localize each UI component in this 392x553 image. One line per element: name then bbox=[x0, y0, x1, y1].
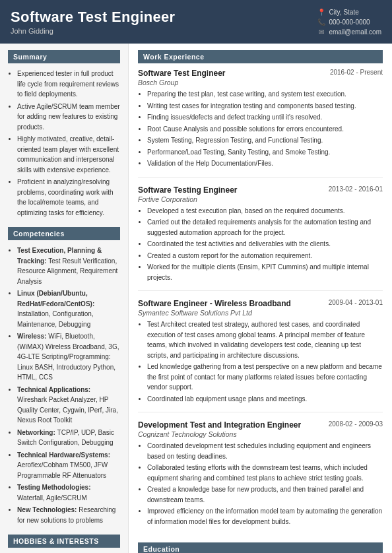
job-bullet: System Testing, Regression Testing, and … bbox=[147, 135, 383, 146]
summary-bullet: Experienced tester in full product life … bbox=[17, 69, 120, 100]
contact-location: 📍 City, State bbox=[317, 8, 381, 16]
job-title: Software Engineer - Wireless Broadband bbox=[138, 299, 291, 308]
competency-label: Test Execution, Planning & Tracking: bbox=[17, 247, 102, 265]
job-company: Bosch Group bbox=[138, 79, 383, 86]
competency-item: Linux (Debian/Ubuntu, RedHat/Fedora/Cent… bbox=[17, 288, 120, 329]
page-title: Software Test Engineer bbox=[11, 9, 175, 26]
job-bullets: Coordinated development test schedules i… bbox=[138, 441, 383, 527]
job-bullet: Led knowledge gathering from a test pers… bbox=[147, 362, 383, 393]
job-bullets: Preparing the test plan, test case writi… bbox=[138, 89, 383, 169]
job-title: Software Test Engineer bbox=[138, 69, 225, 78]
competency-label: Technical Hardware/Systems: bbox=[17, 451, 110, 459]
job-bullet: Developed a test execution plan, based o… bbox=[147, 206, 383, 216]
job-bullet: Coordinated lab equipment usage plans an… bbox=[147, 394, 383, 405]
job-bullet: Collaborated testing efforts with the do… bbox=[147, 463, 383, 483]
summary-section: Summary Experienced tester in full produ… bbox=[8, 50, 120, 218]
jobs-container: Software Test Engineer2016-02 - PresentB… bbox=[138, 69, 383, 535]
competency-label: Networking: bbox=[17, 429, 57, 436]
page-header: Software Test Engineer John Gidding 📍 Ci… bbox=[0, 0, 392, 44]
job-company: Cognizant Technology Solutions bbox=[138, 430, 383, 438]
summary-bullet: Highly motivated, creative, detail-orien… bbox=[17, 134, 120, 175]
competency-item: Technical Applications: Wireshark Packet… bbox=[17, 385, 120, 426]
job-bullet: Worked for the multiple clients (Ensim, … bbox=[147, 262, 383, 282]
summary-heading: Summary bbox=[8, 50, 120, 63]
job-bullet: Created a knowledge base for new product… bbox=[147, 484, 383, 505]
location-icon: 📍 bbox=[317, 8, 325, 16]
job-bullet: Root Cause Analysis and possible solutio… bbox=[147, 124, 383, 135]
job-company: Symantec Software Solutions Pvt Ltd bbox=[138, 309, 383, 317]
email-icon: ✉ bbox=[317, 28, 325, 36]
competencies-list: Test Execution, Planning & Tracking: Tes… bbox=[8, 245, 120, 525]
job-bullet: Created a custom report for the automati… bbox=[147, 251, 383, 261]
education-section: Education Master of Engineering in Softw… bbox=[138, 542, 383, 553]
competency-item: Wireless: WiFi, Bluetooth, (WiMAX) Wirel… bbox=[17, 331, 120, 383]
contact-email: ✉ email@email.com bbox=[317, 28, 381, 36]
competency-item: Test Execution, Planning & Tracking: Tes… bbox=[17, 245, 120, 286]
summary-list: Experienced tester in full product life … bbox=[8, 69, 120, 218]
job-bullet: Finding issues/defects and defect tracki… bbox=[147, 112, 383, 123]
job-bullets: Test Architect created test strategy, au… bbox=[138, 319, 383, 404]
job-bullet: Improved efficiency on the information m… bbox=[147, 506, 383, 527]
job-bullet: Coordinated the test activities and deli… bbox=[147, 239, 383, 249]
work-experience-section: Work Experience Software Test Engineer20… bbox=[138, 50, 383, 535]
job-bullet: Performance/Load Testing, Sanity Testing… bbox=[147, 147, 383, 158]
job-header: Software Test Engineer2016-02 - Present bbox=[138, 69, 383, 78]
competency-label: Technical Applications: bbox=[17, 386, 90, 393]
header-title-section: Software Test Engineer John Gidding bbox=[11, 9, 175, 35]
job-company: Fortive Corporation bbox=[138, 195, 383, 203]
job-bullet: Carried out the detailed requirements an… bbox=[147, 217, 383, 238]
competency-label: Wireless: bbox=[17, 333, 48, 340]
education-heading: Education bbox=[138, 542, 383, 553]
competency-item: Testing Methodologies: Waterfall, Agile/… bbox=[17, 482, 120, 503]
job-dates: 2016-02 - Present bbox=[330, 69, 383, 76]
job-bullets: Developed a test execution plan, based o… bbox=[138, 206, 383, 283]
summary-bullet: Active Agile/SCRUM team member for addin… bbox=[17, 102, 120, 133]
competency-item: New Technologies: Researching for new so… bbox=[17, 505, 120, 525]
job-dates: 2008-02 - 2009-03 bbox=[329, 420, 383, 428]
competency-label: New Technologies: bbox=[17, 506, 79, 513]
summary-bullet: Proficient in analyzing/resolving proble… bbox=[17, 177, 120, 218]
job-bullet: Preparing the test plan, test case writi… bbox=[147, 89, 383, 100]
job-bullet: Coordinated development test schedules i… bbox=[147, 441, 383, 461]
work-experience-heading: Work Experience bbox=[138, 50, 383, 63]
competencies-section: Competencies Test Execution, Planning & … bbox=[8, 227, 120, 525]
job-dates: 2009-04 - 2013-01 bbox=[329, 299, 383, 306]
job-bullet: Validation of the Help Documentation/Fil… bbox=[147, 158, 383, 169]
main-layout: Summary Experienced tester in full produ… bbox=[0, 44, 392, 553]
job-entry: Software Engineer - Wireless Broadband20… bbox=[138, 299, 383, 412]
job-dates: 2013-02 - 2016-01 bbox=[329, 185, 383, 193]
phone-text: 000-000-0000 bbox=[329, 18, 370, 26]
email-text: email@email.com bbox=[329, 28, 381, 36]
competency-item: Technical Hardware/Systems: Aeroflex/Cob… bbox=[17, 450, 120, 481]
header-name: John Gidding bbox=[11, 27, 175, 35]
job-header: Software Engineer - Wireless Broadband20… bbox=[138, 299, 383, 308]
location-text: City, State bbox=[329, 9, 358, 16]
hobbies-heading: HOBBIES & INTERESTS bbox=[8, 535, 120, 548]
job-entry: Software Test Engineer2016-02 - PresentB… bbox=[138, 69, 383, 178]
job-entry: Development Test and Integration Enginee… bbox=[138, 420, 383, 535]
job-title: Development Test and Integration Enginee… bbox=[138, 420, 301, 430]
left-column: Summary Experienced tester in full produ… bbox=[0, 44, 129, 553]
job-bullet: Writing test cases for integration testi… bbox=[147, 101, 383, 112]
contact-phone: 📞 000-000-0000 bbox=[317, 18, 381, 26]
job-title: Software Testing Engineer bbox=[138, 185, 237, 195]
competencies-heading: Competencies bbox=[8, 227, 120, 240]
competency-item: Networking: TCP/IP, UDP, Basic Switch Co… bbox=[17, 428, 120, 448]
header-contact: 📍 City, State 📞 000-000-0000 ✉ email@ema… bbox=[317, 8, 381, 36]
job-header: Software Testing Engineer2013-02 - 2016-… bbox=[138, 185, 383, 195]
job-bullet: Test Architect created test strategy, au… bbox=[147, 319, 383, 360]
phone-icon: 📞 bbox=[317, 18, 325, 26]
hobbies-section: HOBBIES & INTERESTS Solving PuzzlesReadi… bbox=[8, 535, 120, 553]
job-header: Development Test and Integration Enginee… bbox=[138, 420, 383, 430]
right-column: Work Experience Software Test Engineer20… bbox=[129, 44, 392, 553]
competency-label: Linux (Debian/Ubuntu, RedHat/Fedora/Cent… bbox=[17, 290, 94, 308]
competency-label: Testing Methodologies: bbox=[17, 484, 90, 491]
job-entry: Software Testing Engineer2013-02 - 2016-… bbox=[138, 185, 383, 292]
